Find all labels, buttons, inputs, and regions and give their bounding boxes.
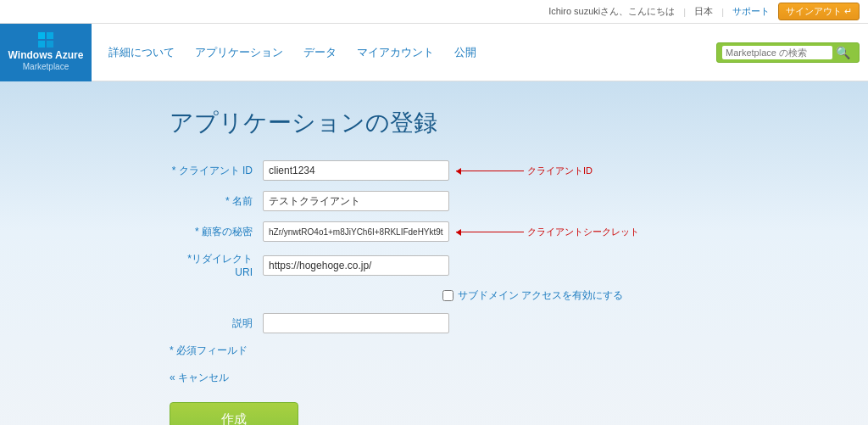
secret-annotation-line: クライアントシークレット <box>456 226 639 238</box>
description-row: 説明 <box>170 313 678 333</box>
subdomain-label[interactable]: サブドメイン アクセスを有効にする <box>458 288 623 303</box>
cancel-link[interactable]: « キャンセル <box>0 371 868 385</box>
logo-text-marketplace: Marketplace <box>23 62 69 72</box>
name-input[interactable] <box>263 191 449 211</box>
required-note: * 必須フィールド <box>0 344 868 358</box>
client-id-arrow <box>456 171 524 171</box>
user-greeting: Ichiro suzukiさん、こんにちは <box>548 5 675 18</box>
name-row: * 名前 <box>170 191 678 211</box>
main-header: Windows Azure Marketplace 詳細について アプリケーショ… <box>0 24 868 81</box>
nav-applications[interactable]: アプリケーション <box>195 45 283 60</box>
description-input[interactable] <box>263 313 449 333</box>
redirect-uri-row: *リダイレクト URI <box>170 252 678 278</box>
content-area: アプリケーションの登録 * クライアント ID クライアントID * 名前 * … <box>0 81 868 425</box>
search-button[interactable]: 🔍 <box>832 46 854 59</box>
logo-area[interactable]: Windows Azure Marketplace <box>0 24 92 81</box>
subdomain-checkbox[interactable] <box>442 290 453 301</box>
svg-rect-1 <box>47 32 53 39</box>
client-id-label: * クライアント ID <box>170 164 263 178</box>
signout-button[interactable]: サインアウト ↵ <box>778 3 860 20</box>
name-label: * 名前 <box>170 194 263 209</box>
secret-arrow <box>456 232 524 232</box>
description-label: 説明 <box>170 316 263 331</box>
nav-publish[interactable]: 公開 <box>454 45 476 60</box>
redirect-uri-input[interactable] <box>263 255 449 276</box>
search-area: 🔍 <box>716 42 860 63</box>
client-id-row: * クライアント ID クライアントID <box>170 160 678 181</box>
divider1: | <box>683 7 686 17</box>
nav-data[interactable]: データ <box>303 45 337 60</box>
main-nav: 詳細について アプリケーション データ マイアカウント 公開 <box>92 24 716 81</box>
page-title: アプリケーションの登録 <box>0 107 868 139</box>
svg-rect-3 <box>47 41 53 48</box>
redirect-uri-label: *リダイレクト URI <box>170 252 263 278</box>
secret-label: * 顧客の秘密 <box>170 225 263 239</box>
client-id-input[interactable] <box>263 160 449 181</box>
signout-label: サインアウト <box>786 5 842 18</box>
svg-rect-2 <box>38 41 45 48</box>
secret-row: * 顧客の秘密 クライアントシークレット <box>170 221 678 242</box>
search-input[interactable] <box>722 46 832 59</box>
secret-input[interactable] <box>263 221 449 242</box>
logo-text-azure: Windows Azure <box>8 49 84 61</box>
create-button[interactable]: 作成 <box>170 402 298 425</box>
subdomain-row: サブドメイン アクセスを有効にする <box>170 288 678 303</box>
nav-my-account[interactable]: マイアカウント <box>357 45 434 60</box>
registration-form: * クライアント ID クライアントID * 名前 * 顧客の秘密 クライアント… <box>0 160 678 333</box>
svg-rect-0 <box>38 32 45 39</box>
search-icon: 🔍 <box>836 46 850 59</box>
top-bar: Ichiro suzukiさん、こんにちは | 日本 | サポート サインアウト… <box>0 0 868 24</box>
language-selector[interactable]: 日本 <box>694 5 713 18</box>
secret-annotation: クライアントシークレット <box>527 226 639 238</box>
client-id-annotation-line: クライアントID <box>456 165 593 177</box>
nav-details[interactable]: 詳細について <box>108 45 175 60</box>
client-id-annotation: クライアントID <box>527 165 593 177</box>
support-link[interactable]: サポート <box>732 5 770 18</box>
divider2: | <box>721 7 724 17</box>
signout-icon: ↵ <box>844 6 852 17</box>
windows-azure-icon <box>38 32 53 48</box>
